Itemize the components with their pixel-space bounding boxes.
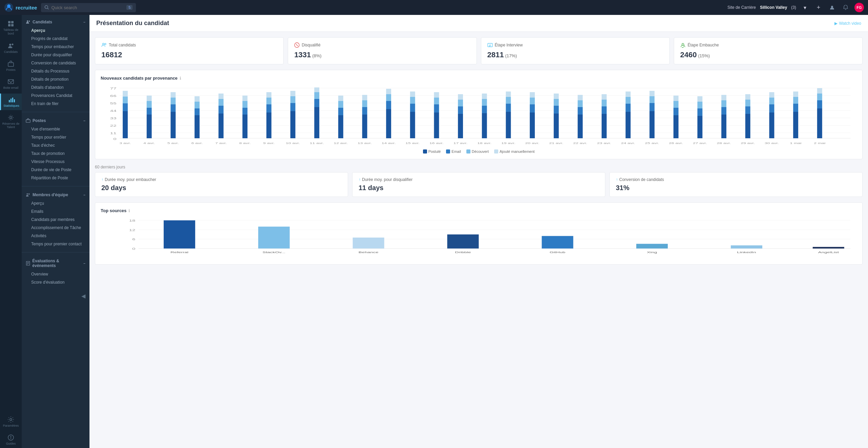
svg-rect-54 — [123, 103, 128, 111]
user-icon[interactable] — [827, 3, 837, 12]
svg-rect-68 — [195, 96, 200, 102]
nav-dashboard[interactable]: Tableau de bord — [0, 18, 22, 38]
sidebar-item-apercu-m[interactable]: Aperçu — [22, 199, 89, 207]
sidebar-item-progres[interactable]: Progrès de candidat — [22, 35, 89, 43]
sidebar-item-activites[interactable]: Activités — [22, 232, 89, 240]
svg-rect-170 — [817, 100, 822, 108]
svg-rect-156 — [721, 95, 726, 100]
sidebar-item-temps-enr[interactable]: Temps pour enrôler — [22, 133, 89, 141]
svg-rect-61 — [170, 112, 176, 138]
svg-text:LinkedIn: LinkedIn — [737, 251, 756, 253]
bar-chart-svg: 77 66 55 44 33 22 11 0 — [101, 85, 857, 146]
legend-email: Email — [446, 149, 461, 154]
nav-talent[interactable]: Réserves de Talent — [0, 111, 22, 132]
sidebar-item-cand-membres[interactable]: Candidats par membres — [22, 216, 89, 224]
svg-rect-98 — [386, 101, 391, 109]
nav-guides[interactable]: Guides — [0, 431, 22, 448]
svg-rect-95 — [362, 100, 367, 107]
watch-video-link[interactable]: ▶ Watch video — [834, 21, 861, 26]
sidebar-item-apercu[interactable]: Aperçu — [22, 26, 89, 35]
search-input[interactable] — [51, 5, 124, 10]
sidebar-item-accomp[interactable]: Accomplissement de Tâche — [22, 224, 89, 232]
add-button[interactable]: + — [814, 3, 823, 12]
sidebar-item-temps-embaucher[interactable]: Temps pour embaucher — [22, 43, 89, 51]
sidebar-item-entrain[interactable]: En train de filer — [22, 100, 89, 108]
sidebar-item-taux-prom[interactable]: Taux de promotion — [22, 149, 89, 158]
svg-text:5 avr.: 5 avr. — [167, 142, 179, 144]
svg-rect-6 — [11, 21, 14, 23]
svg-text:2 mai: 2 mai — [814, 142, 825, 144]
svg-rect-8 — [11, 24, 14, 26]
svg-text:44: 44 — [110, 109, 117, 113]
svg-rect-73 — [242, 115, 247, 138]
svg-rect-169 — [817, 108, 822, 138]
bar-chart-title: Nouveaux candidats par provenance ℹ — [101, 76, 857, 81]
svg-text:66: 66 — [110, 94, 117, 98]
svg-text:16 avr.: 16 avr. — [429, 142, 444, 144]
sidebar-item-duree-vie[interactable]: Durée de vie de Poste — [22, 166, 89, 174]
bell-icon[interactable] — [841, 3, 850, 12]
metric-conversion: ↑ Conversion de candidats 31% — [609, 172, 863, 197]
svg-rect-83 — [290, 96, 296, 103]
sidebar-item-details-prom[interactable]: Détails de promotion — [22, 75, 89, 83]
svg-rect-107 — [434, 98, 439, 104]
svg-rect-106 — [434, 104, 439, 113]
nav-candidates[interactable]: Candidats — [0, 40, 22, 56]
svg-rect-128 — [554, 94, 559, 99]
svg-rect-116 — [482, 94, 487, 99]
sidebar-item-vitesse[interactable]: Vitesse Processus — [22, 158, 89, 166]
legend-manuel-dot — [494, 149, 498, 154]
svg-text:22: 22 — [110, 124, 117, 127]
svg-text:Dribble: Dribble — [455, 251, 471, 253]
svg-rect-97 — [386, 109, 391, 138]
nav-stats[interactable]: Statistiques — [0, 94, 22, 110]
sidebar-item-conversion[interactable]: Conversion de candidats — [22, 59, 89, 67]
search-box[interactable]: 5 — [41, 3, 136, 12]
svg-rect-89 — [338, 115, 343, 138]
svg-rect-57 — [147, 115, 152, 138]
sidebar-item-duree-disq[interactable]: Durée pour disqualifier — [22, 51, 89, 59]
legend-manuel: Ajouté manuellement — [494, 149, 534, 154]
sidebar-item-details-aband[interactable]: Détails d'abandon — [22, 83, 89, 91]
collapse-sidebar-button[interactable]: ◀ — [81, 293, 85, 299]
sidebar-item-details-proc[interactable]: Détails du Processus — [22, 67, 89, 75]
svg-rect-160 — [745, 94, 750, 100]
svg-text:10 avr.: 10 avr. — [286, 142, 300, 144]
svg-text:26 avr.: 26 avr. — [669, 142, 683, 144]
legend-postule-dot — [423, 149, 427, 154]
sidebar-item-overview-e[interactable]: Overview — [22, 270, 89, 278]
postes-chevron: − — [83, 119, 85, 123]
svg-rect-138 — [626, 104, 631, 112]
sidebar-item-vue[interactable]: Vue d'ensemble — [22, 125, 89, 133]
svg-rect-150 — [698, 108, 703, 116]
nav-email[interactable]: Boite email — [0, 76, 22, 92]
sidebar-item-emails-m[interactable]: Emails — [22, 207, 89, 216]
total-icon — [101, 42, 107, 48]
svg-text:24 avr.: 24 avr. — [621, 142, 635, 144]
svg-rect-219 — [542, 236, 573, 248]
sidebar-item-provenances[interactable]: Provenances Candidat — [22, 91, 89, 100]
svg-rect-133 — [602, 114, 607, 138]
svg-rect-100 — [386, 89, 391, 94]
svg-text:33: 33 — [110, 117, 117, 120]
svg-rect-112 — [458, 94, 463, 100]
svg-text:20 avr.: 20 avr. — [525, 142, 540, 144]
svg-rect-167 — [793, 97, 798, 104]
nav-settings[interactable]: Paramètres — [0, 413, 22, 430]
stat-card-interview: Étape Interview 2811(17%) — [481, 37, 670, 64]
svg-rect-221 — [636, 244, 668, 248]
nav-jobs[interactable]: Postes — [0, 58, 22, 74]
svg-rect-121 — [530, 113, 535, 138]
main-layout: Tableau de bord Candidats Postes Boite e… — [0, 15, 868, 448]
svg-text:14 avr.: 14 avr. — [382, 142, 396, 144]
svg-text:7 avr.: 7 avr. — [215, 142, 227, 144]
svg-rect-75 — [242, 101, 247, 108]
sidebar-item-contact[interactable]: Temps pour premier contact — [22, 240, 89, 248]
svg-text:23 avr.: 23 avr. — [597, 142, 611, 144]
sidebar-item-score[interactable]: Score d'évaluation — [22, 278, 89, 286]
chevron-down-icon[interactable]: ▾ — [800, 3, 810, 12]
sidebar-item-repartition[interactable]: Répartition de Poste — [22, 174, 89, 182]
svg-rect-102 — [410, 104, 415, 112]
sidebar-item-taux-echec[interactable]: Taux d'échec — [22, 141, 89, 149]
svg-rect-137 — [626, 112, 631, 138]
